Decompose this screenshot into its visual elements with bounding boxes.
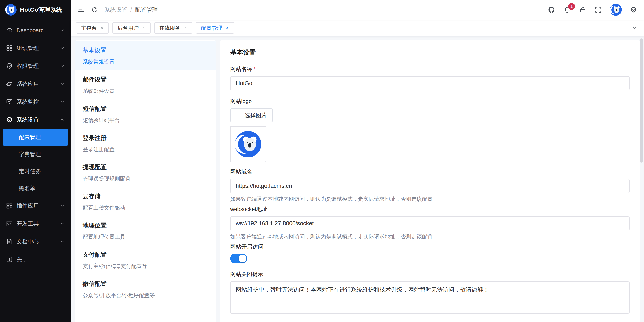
sidebar-item-dev-tools[interactable]: 开发工具 bbox=[0, 215, 71, 233]
sidebar-menu: Dashboard 组织管理 权限管理 系统应用 系统监控 系统设置 bbox=[0, 19, 71, 322]
field-site-logo: 网站logo 选择图片 bbox=[230, 97, 630, 162]
tab-options-chevron[interactable] bbox=[630, 23, 639, 32]
sidebar-subitem-dictionary[interactable]: 字典管理 bbox=[0, 146, 71, 163]
app-logo-row[interactable]: HotGo管理系统 bbox=[0, 0, 71, 19]
chevron-down-icon bbox=[60, 81, 65, 86]
settings-category-panel: 基本设置 系统常规设置 邮件设置 系统邮件设置 短信配置 短信验证码平台 登录注… bbox=[75, 40, 216, 322]
site-logo-image bbox=[235, 131, 261, 157]
tab-dashboard[interactable]: 主控台 bbox=[76, 22, 109, 34]
breadcrumb-separator: / bbox=[130, 6, 132, 13]
info-box-icon bbox=[6, 256, 13, 263]
chevron-down-icon bbox=[60, 63, 65, 69]
main-column: 系统设置 / 配置管理 1 bbox=[71, 0, 644, 322]
site-domain-help: 如果客户端通过本地或内网访问，则认为是调试模式，走实际请求地址，否则走该配置 bbox=[230, 196, 630, 203]
settings-item-withdraw[interactable]: 提现配置 管理员提现规则配置 bbox=[75, 158, 216, 187]
settings-item-cloud-storage[interactable]: 云存储 配置上传文件驱动 bbox=[75, 187, 216, 216]
github-icon[interactable] bbox=[548, 6, 555, 14]
chevron-down-icon bbox=[60, 239, 65, 244]
tab-admin-users[interactable]: 后台用户 bbox=[112, 22, 151, 34]
plus-icon bbox=[236, 112, 242, 118]
planet-icon bbox=[6, 80, 13, 87]
settings-item-login[interactable]: 登录注册 登录注册配置 bbox=[75, 129, 216, 158]
close-icon[interactable] bbox=[142, 26, 146, 30]
chevron-down-icon bbox=[60, 221, 65, 226]
sidebar-item-monitor[interactable]: 系统监控 bbox=[0, 93, 71, 111]
fullscreen-icon[interactable] bbox=[594, 6, 602, 13]
field-site-name: 网站名称* bbox=[230, 65, 630, 90]
tab-strip: 主控台 后台用户 在线服务 配置管理 bbox=[71, 19, 644, 36]
settings-item-basic[interactable]: 基本设置 系统常规设置 bbox=[75, 41, 216, 70]
close-tip-label: 网站关闭提示 bbox=[230, 271, 630, 278]
settings-item-wechat[interactable]: 微信配置 公众号/开放平台/小程序配置等 bbox=[75, 275, 216, 304]
settings-item-payment[interactable]: 支付配置 支付宝/微信/QQ支付配置等 bbox=[75, 246, 216, 275]
settings-item-email[interactable]: 邮件设置 系统邮件设置 bbox=[75, 70, 216, 100]
close-tip-textarea[interactable]: 网站维护中，暂时无法访问！本网站正在进行系统维护和技术升级，网站暂时无法访问，敬… bbox=[230, 281, 630, 314]
chevron-down-icon bbox=[60, 28, 65, 33]
shield-check-icon bbox=[6, 63, 13, 69]
lock-screen-icon[interactable] bbox=[579, 6, 586, 13]
tab-config-management[interactable]: 配置管理 bbox=[196, 22, 234, 34]
chevron-down-icon bbox=[60, 203, 65, 208]
sidebar-item-docs[interactable]: 文档中心 bbox=[0, 233, 71, 251]
sidebar-subitem-blacklist[interactable]: 黑名单 bbox=[0, 180, 71, 197]
avatar-logo-icon bbox=[610, 4, 622, 16]
grid-icon bbox=[6, 45, 13, 51]
close-icon[interactable] bbox=[184, 26, 187, 30]
choose-image-button[interactable]: 选择图片 bbox=[230, 108, 273, 122]
site-open-toggle[interactable] bbox=[230, 254, 247, 263]
settings-item-geo[interactable]: 地理位置 配置地理位置工具 bbox=[75, 216, 216, 246]
breadcrumb-page: 配置管理 bbox=[135, 6, 158, 14]
settings-item-sms[interactable]: 短信配置 短信验证码平台 bbox=[75, 100, 216, 129]
required-asterisk: * bbox=[254, 66, 256, 72]
websocket-help: 如果客户端通过本地或内网访问，则认为是调试模式，走实际请求地址，否则走该配置 bbox=[230, 233, 630, 240]
sidebar-item-dashboard[interactable]: Dashboard bbox=[0, 21, 71, 39]
content-area: 基本设置 系统常规设置 邮件设置 系统邮件设置 短信配置 短信验证码平台 登录注… bbox=[71, 36, 644, 322]
sidebar-item-system-app[interactable]: 系统应用 bbox=[0, 75, 71, 93]
close-icon[interactable] bbox=[100, 26, 104, 30]
gear-icon bbox=[6, 116, 13, 123]
top-header: 系统设置 / 配置管理 1 bbox=[71, 0, 644, 19]
websocket-input[interactable] bbox=[230, 216, 630, 230]
field-site-open: 网站开启访问 bbox=[230, 243, 630, 263]
breadcrumb-section[interactable]: 系统设置 bbox=[104, 6, 128, 14]
user-avatar[interactable] bbox=[610, 4, 622, 16]
field-close-tip: 网站关闭提示 网站维护中，暂时无法访问！本网站正在进行系统维护和技术升级，网站暂… bbox=[230, 271, 630, 316]
sidebar-subitem-cron[interactable]: 定时任务 bbox=[0, 163, 71, 180]
header-actions: 1 bbox=[548, 4, 637, 16]
breadcrumb: 系统设置 / 配置管理 bbox=[104, 6, 158, 14]
sidebar: HotGo管理系统 Dashboard 组织管理 权限管理 系统应用 系统监控 bbox=[0, 0, 71, 322]
app-logo-icon bbox=[5, 4, 16, 15]
reload-icon[interactable] bbox=[91, 6, 98, 13]
sidebar-item-plugins[interactable]: 插件应用 bbox=[0, 197, 71, 215]
document-icon bbox=[6, 238, 13, 245]
close-icon[interactable] bbox=[225, 26, 229, 30]
basic-settings-form-panel: 基本设置 网站名称* 网站logo 选择图片 网站域名 bbox=[220, 40, 640, 322]
form-title: 基本设置 bbox=[230, 48, 630, 57]
notification-badge: 1 bbox=[568, 3, 575, 10]
site-open-label: 网站开启访问 bbox=[230, 243, 630, 251]
sidebar-item-organization[interactable]: 组织管理 bbox=[0, 39, 71, 57]
websocket-label: websocket地址 bbox=[230, 206, 630, 213]
sidebar-item-system-settings[interactable]: 系统设置 bbox=[0, 111, 71, 129]
chevron-down-icon bbox=[60, 99, 65, 104]
sidebar-item-permission[interactable]: 权限管理 bbox=[0, 57, 71, 75]
sidebar-subitem-config[interactable]: 配置管理 bbox=[2, 129, 68, 146]
dashboard-icon bbox=[6, 27, 13, 34]
content-scrollbar-thumb[interactable] bbox=[640, 38, 643, 163]
site-domain-label: 网站域名 bbox=[230, 168, 630, 175]
site-domain-input[interactable] bbox=[230, 179, 630, 193]
field-site-domain: 网站域名 如果客户端通过本地或内网访问，则认为是调试模式，走实际请求地址，否则走… bbox=[230, 168, 630, 203]
site-name-input[interactable] bbox=[230, 76, 630, 90]
settings-gear-icon[interactable] bbox=[630, 6, 637, 13]
tab-online-service[interactable]: 在线服务 bbox=[154, 22, 192, 34]
notifications-bell[interactable]: 1 bbox=[564, 6, 571, 14]
field-websocket: websocket地址 如果客户端通过本地或内网访问，则认为是调试模式，走实际请… bbox=[230, 206, 630, 240]
site-logo-preview[interactable] bbox=[230, 126, 266, 162]
chevron-up-icon bbox=[60, 117, 65, 122]
chevron-down-icon bbox=[60, 45, 65, 51]
code-box-icon bbox=[6, 220, 13, 227]
site-logo-label: 网站logo bbox=[230, 97, 630, 105]
sidebar-item-about[interactable]: 关于 bbox=[0, 251, 71, 268]
app-title: HotGo管理系统 bbox=[20, 6, 62, 14]
sidebar-collapse-icon[interactable] bbox=[78, 6, 85, 13]
